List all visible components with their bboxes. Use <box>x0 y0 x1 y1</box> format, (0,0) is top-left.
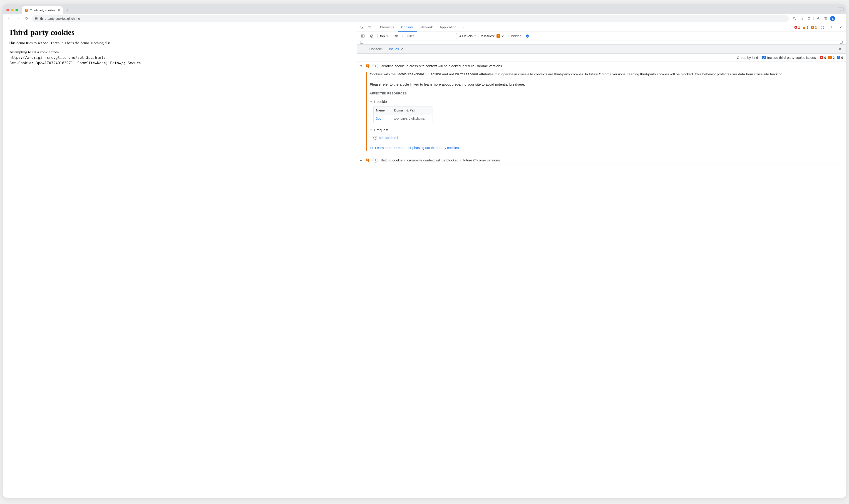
issue-category-counts: ✕0 !2 ❝0 <box>820 56 843 59</box>
issue-title: Reading cookie in cross-site context wil… <box>381 64 502 68</box>
console-toolbar: top ▼ All levels ▼ 2 Issues: ! 2 <box>357 32 846 40</box>
devtools-close-icon[interactable]: ✕ <box>837 24 844 31</box>
inspect-element-icon[interactable] <box>359 24 366 31</box>
tab-console[interactable]: Console <box>398 23 417 32</box>
side-panel-icon[interactable] <box>822 15 829 22</box>
external-link-icon <box>370 146 373 150</box>
reload-button[interactable]: ⟳ <box>23 15 30 22</box>
context-selector[interactable]: top ▼ <box>380 34 388 38</box>
drawer-tab-console[interactable]: Console <box>366 45 385 53</box>
issue-title: Setting cookie in cross-site context wil… <box>381 158 500 162</box>
avatar-icon <box>830 16 835 21</box>
affected-resources-heading: AFFECTED RESOURCES <box>370 91 842 96</box>
extensions-icon[interactable] <box>806 15 812 22</box>
minimize-window-button[interactable] <box>11 8 14 11</box>
affected-requests-toggle[interactable]: ▼ 1 request <box>370 127 842 133</box>
zoom-icon[interactable] <box>791 15 798 22</box>
tab-title: Third-party cookies <box>30 8 55 12</box>
cookie-name-link[interactable]: 3pc <box>376 117 381 120</box>
issue-header[interactable]: ▶ 1 Setting cookie in cross-site context… <box>357 156 846 165</box>
browser-window: 🍪 Third-party cookies × + ⌄ ← → ⟳ third-… <box>3 4 846 498</box>
chrome-menu-button[interactable]: ⋮ <box>837 15 843 22</box>
tab-application[interactable]: Application <box>437 23 459 32</box>
new-tab-button[interactable]: + <box>64 7 70 13</box>
cookie-domain: x-origin-src.glitch.me/ <box>392 115 432 123</box>
labs-icon[interactable] <box>815 15 821 22</box>
profile-button[interactable] <box>830 15 836 22</box>
live-expression-icon[interactable] <box>393 33 400 39</box>
svg-rect-21 <box>368 67 368 67</box>
content-area: Third-party cookies This demo tries to s… <box>3 23 846 498</box>
console-settings-row <box>357 40 846 44</box>
issues-summary[interactable]: 2 Issues: ! 2 <box>481 34 503 38</box>
breaking-change-icon: ! <box>828 56 832 59</box>
issue-detail: Cookies with the SameSite=None; Secure a… <box>357 70 846 156</box>
issue-header[interactable]: ▼ 1 Reading cookie in cross-site context… <box>357 62 846 70</box>
browser-toolbar: ← → ⟳ third-party-cookies.glitch.me ☆ | … <box>3 14 846 23</box>
close-window-button[interactable] <box>6 8 9 11</box>
device-toolbar-icon[interactable] <box>366 24 373 31</box>
window-controls <box>6 8 18 11</box>
svg-rect-23 <box>368 161 368 161</box>
issue-item: ▶ 1 Setting cookie in cross-site context… <box>357 156 846 165</box>
issue-description: Cookies with the SameSite=None; Secure a… <box>370 71 842 77</box>
devtools-settings-icon[interactable] <box>819 24 826 31</box>
tab-network[interactable]: Network <box>417 23 436 32</box>
drawer-close-icon[interactable]: ✕ <box>836 46 845 52</box>
learn-more-link[interactable]: Learn more: Prepare for phasing out thir… <box>370 145 842 151</box>
group-by-kind-checkbox[interactable]: Group by kind <box>732 56 758 59</box>
site-info-icon[interactable] <box>35 17 38 20</box>
attempt-label: Attempting to set a cookie from <box>10 50 351 54</box>
tab-favicon: 🍪 <box>24 8 28 12</box>
clear-console-icon[interactable] <box>368 33 375 39</box>
disclosure-triangle-icon: ▼ <box>360 65 363 68</box>
include-third-party-checkbox[interactable]: Include third-party cookie issues <box>762 56 816 59</box>
svg-rect-0 <box>35 17 37 19</box>
issue-accent-bar <box>366 72 367 151</box>
affected-cookies-toggle[interactable]: ▼ 1 cookie <box>370 99 842 105</box>
svg-rect-20 <box>368 65 368 66</box>
page-intro: This demo tries to set one. That's it. T… <box>8 41 351 46</box>
console-sidebar-toggle-icon[interactable] <box>359 33 366 39</box>
close-tab-button[interactable]: × <box>58 8 60 12</box>
tab-overflow-button[interactable]: ⌄ <box>838 7 844 12</box>
more-tabs-icon[interactable]: » <box>460 24 467 31</box>
bookmark-icon[interactable]: ☆ <box>799 15 805 22</box>
tab-elements[interactable]: Elements <box>377 23 397 32</box>
issue-count-badge: 1 <box>372 158 378 163</box>
log-levels-selector[interactable]: All levels ▼ <box>459 34 476 38</box>
svg-point-3 <box>793 17 795 19</box>
svg-point-19 <box>396 35 397 37</box>
drawer-tabs: ⋮ Console Issues ✕ ✕ <box>357 44 846 54</box>
breaking-change-issue-icon <box>365 64 370 69</box>
column-header-name: Name <box>374 107 392 115</box>
address-bar[interactable]: third-party-cookies.glitch.me <box>32 15 789 22</box>
breaking-change-issue-icon <box>365 158 370 163</box>
close-issues-tab-icon[interactable]: ✕ <box>401 47 404 51</box>
warning-count[interactable]: 2 <box>802 25 808 29</box>
column-header-domain: Domain & Path <box>392 107 432 115</box>
drawer-menu-icon[interactable]: ⋮ <box>358 46 365 52</box>
drawer-tab-issues[interactable]: Issues ✕ <box>386 45 407 53</box>
devtools-panel: Elements Console Network Application » 1… <box>357 23 846 498</box>
disclosure-triangle-icon: ▶ <box>360 159 363 162</box>
back-button[interactable]: ← <box>6 15 12 22</box>
forward-button[interactable]: → <box>15 15 21 22</box>
issue-count[interactable]: ! 2 <box>811 25 817 29</box>
filter-input[interactable] <box>405 33 457 39</box>
improvement-icon: ❝ <box>837 56 841 59</box>
svg-rect-22 <box>368 159 368 161</box>
svg-rect-1 <box>35 19 37 20</box>
affected-request-link[interactable]: ⇅ set-3pc.html <box>373 135 842 141</box>
network-request-icon: ⇅ <box>373 136 377 140</box>
maximize-window-button[interactable] <box>15 8 18 11</box>
hidden-count[interactable]: 3 hidden <box>508 34 521 38</box>
cookie-source-url: https://x-origin-src.glitch.me/set-3pc.h… <box>10 55 351 60</box>
devtools-menu-icon[interactable]: ⋮ <box>828 24 835 31</box>
issue-count-badge: 1 <box>372 64 378 68</box>
console-settings-icon[interactable] <box>524 33 531 39</box>
browser-tab[interactable]: 🍪 Third-party cookies × <box>22 6 63 14</box>
page-viewport: Third-party cookies This demo tries to s… <box>3 23 357 498</box>
disclosure-triangle-icon: ▼ <box>370 128 372 132</box>
error-count[interactable]: 1 <box>794 25 800 29</box>
